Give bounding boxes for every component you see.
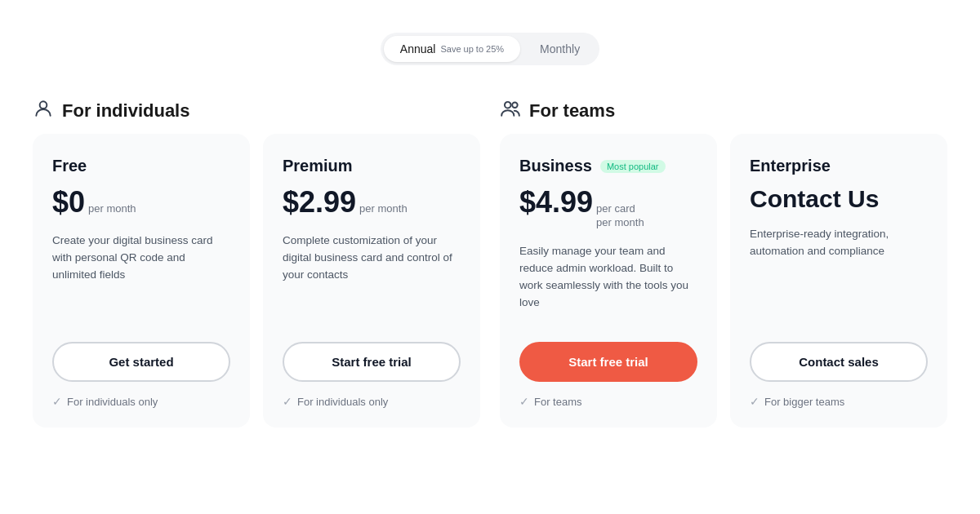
section-individuals: For individuals Free $0 per month Create… <box>33 98 480 428</box>
premium-tag: ✓ For individuals only <box>283 395 461 408</box>
individuals-cards: Free $0 per month Create your digital bu… <box>33 134 480 428</box>
business-price-amount: $4.99 <box>519 185 593 219</box>
premium-check-icon: ✓ <box>283 395 292 408</box>
plan-card-enterprise: Enterprise Contact Us Enterprise-ready i… <box>730 134 947 428</box>
monthly-toggle[interactable]: Monthly <box>523 36 596 62</box>
premium-tag-label: For individuals only <box>297 396 388 408</box>
free-price-row: $0 per month <box>52 185 230 219</box>
billing-toggle[interactable]: Annual Save up to 25% Monthly <box>381 33 599 65</box>
free-tag: ✓ For individuals only <box>52 395 230 408</box>
individuals-icon <box>33 98 54 124</box>
monthly-label: Monthly <box>540 42 580 55</box>
free-check-icon: ✓ <box>52 395 62 408</box>
premium-cta-button[interactable]: Start free trial <box>283 342 461 382</box>
premium-price-period: per month <box>359 202 408 216</box>
svg-point-0 <box>40 101 47 109</box>
enterprise-plan-name: Enterprise <box>750 157 831 175</box>
free-price-amount: $0 <box>52 185 85 219</box>
free-cta-button[interactable]: Get started <box>52 342 230 382</box>
sections-wrapper: For individuals Free $0 per month Create… <box>33 98 947 428</box>
business-check-icon: ✓ <box>519 395 529 408</box>
page-container: Annual Save up to 25% Monthly For indivi… <box>0 0 980 514</box>
enterprise-tag: ✓ For bigger teams <box>750 395 928 408</box>
business-tag: ✓ For teams <box>519 395 697 408</box>
enterprise-price-contact: Contact Us <box>750 185 879 213</box>
premium-name-row: Premium <box>283 157 461 175</box>
free-plan-name: Free <box>52 157 87 175</box>
enterprise-description: Enterprise-ready integration, automation… <box>750 226 928 322</box>
annual-toggle[interactable]: Annual Save up to 25% <box>384 36 520 62</box>
business-name-row: Business Most popular <box>519 157 697 175</box>
premium-description: Complete customization of your digital b… <box>283 233 461 322</box>
enterprise-price-row: Contact Us <box>750 185 928 213</box>
enterprise-name-row: Enterprise <box>750 157 928 175</box>
individuals-header: For individuals <box>33 98 480 124</box>
plan-card-business: Business Most popular $4.99 per cardper … <box>500 134 717 428</box>
svg-point-1 <box>505 102 511 109</box>
free-price-period: per month <box>88 202 136 216</box>
teams-cards: Business Most popular $4.99 per cardper … <box>500 134 947 428</box>
teams-title: For teams <box>529 100 615 122</box>
plan-card-premium: Premium $2.99 per month Complete customi… <box>263 134 480 428</box>
enterprise-check-icon: ✓ <box>750 395 760 408</box>
business-price-period: per cardper month <box>596 202 644 230</box>
individuals-title: For individuals <box>62 100 189 122</box>
enterprise-tag-label: For bigger teams <box>764 396 844 408</box>
enterprise-cta-button[interactable]: Contact sales <box>750 342 928 382</box>
section-teams: For teams Business Most popular $4.99 pe… <box>500 98 947 428</box>
free-tag-label: For individuals only <box>67 396 158 408</box>
premium-plan-name: Premium <box>283 157 353 175</box>
premium-price-amount: $2.99 <box>283 185 356 219</box>
business-description: Easily manage your team and reduce admin… <box>519 243 697 322</box>
teams-icon <box>500 98 521 124</box>
svg-point-2 <box>512 102 518 108</box>
business-price-row: $4.99 per cardper month <box>519 185 697 230</box>
free-description: Create your digital business card with p… <box>52 233 230 322</box>
business-cta-button[interactable]: Start free trial <box>519 342 697 382</box>
annual-label: Annual <box>400 42 436 55</box>
plan-card-free: Free $0 per month Create your digital bu… <box>33 134 250 428</box>
most-popular-badge: Most popular <box>600 160 666 173</box>
teams-header: For teams <box>500 98 947 124</box>
premium-price-row: $2.99 per month <box>283 185 461 219</box>
free-name-row: Free <box>52 157 230 175</box>
annual-save-badge: Save up to 25% <box>440 44 504 54</box>
business-tag-label: For teams <box>534 396 582 408</box>
business-plan-name: Business <box>519 157 592 175</box>
